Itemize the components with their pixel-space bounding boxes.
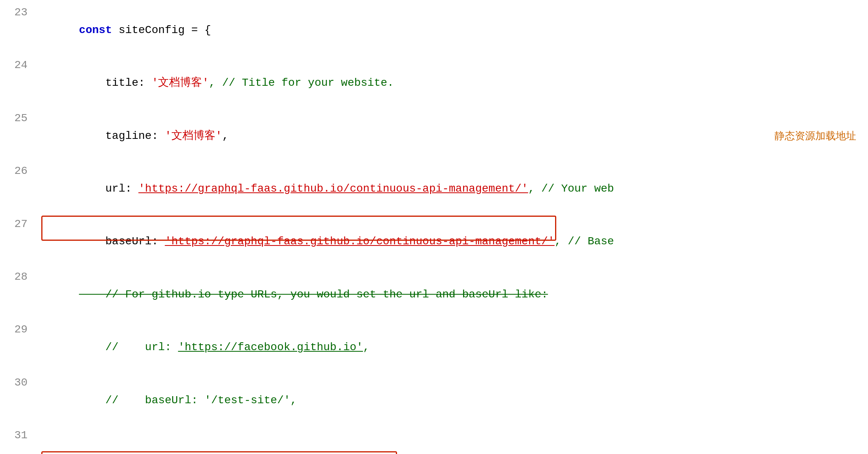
line-content-27: baseUrl: 'https://graphql-faas.github.io…	[35, 216, 868, 268]
comment-url: , // Your web	[528, 183, 614, 195]
code-editor: 23 const siteConfig = { 24 title: '文档博客'…	[0, 0, 868, 454]
line-number-28: 28	[0, 268, 35, 286]
comment-baseurl-example: // baseUrl: '/test-site/',	[79, 394, 297, 406]
link-facebook: 'https://facebook.github.io'	[178, 341, 363, 353]
prop-baseurl: baseUrl:	[79, 235, 165, 247]
string-url: 'https://graphql-faas.github.io/continuo…	[138, 183, 528, 195]
line-content-32: // Used for publishing and more	[35, 451, 868, 454]
line-content-31	[35, 427, 868, 445]
prop-tagline: tagline:	[79, 130, 165, 142]
line-content-28: // For github.io type URLs, you would se…	[35, 268, 868, 321]
line-number-23: 23	[0, 4, 35, 22]
code-line-26: 26 url: 'https://graphql-faas.github.io/…	[0, 162, 868, 215]
code-line-24: 24 title: '文档博客', // Title for your webs…	[0, 57, 868, 109]
op-comma-25: ,	[222, 130, 229, 142]
line-content-25: tagline: '文档博客',	[35, 110, 868, 162]
line-number-24: 24	[0, 57, 35, 74]
line-content-30: // baseUrl: '/test-site/',	[35, 374, 868, 427]
comment-strike-28: // For github.io type URLs, you would se…	[79, 288, 548, 301]
line-number-27: 27	[0, 216, 35, 233]
comment-url-example-prefix: // url:	[79, 341, 178, 353]
code-line-29: 29 // url: 'https://facebook.github.io',	[0, 321, 868, 374]
code-line-30: 30 // baseUrl: '/test-site/',	[0, 374, 868, 427]
code-line-31: 31	[0, 427, 868, 451]
line-number-32: 32	[0, 451, 35, 454]
line-content-24: title: '文档博客', // Title for your website…	[35, 57, 868, 109]
code-line-25: 25 tagline: '文档博客', 静态资源加载地址	[0, 110, 868, 162]
highlight-group-32-34: 32 // Used for publishing and more 33 pr…	[0, 451, 868, 454]
line-number-26: 26	[0, 162, 35, 180]
var-siteconfig: siteConfig	[119, 24, 185, 36]
line-content-23: const siteConfig = {	[35, 4, 868, 57]
line-content-26: url: 'https://graphql-faas.github.io/con…	[35, 162, 868, 215]
annotation-static-resource: 静态资源加载地址	[774, 128, 856, 144]
line-content-29: // url: 'https://facebook.github.io',	[35, 321, 868, 374]
string-baseurl: 'https://graphql-faas.github.io/continuo…	[165, 235, 554, 247]
keyword-const: const	[79, 24, 119, 36]
string-title: '文档博客'	[152, 77, 209, 89]
line-number-29: 29	[0, 321, 35, 339]
string-tagline: '文档博客'	[165, 130, 222, 142]
comment-title: , // Title for your website.	[209, 77, 394, 89]
comment-baseurl: , // Base	[555, 235, 614, 247]
line-number-31: 31	[0, 427, 35, 445]
code-line-28: 28 // For github.io type URLs, you would…	[0, 268, 868, 321]
code-line-27: 27 baseUrl: 'https://graphql-faas.github…	[0, 216, 868, 268]
op-equals: = {	[185, 24, 211, 36]
code-line-23: 23 const siteConfig = {	[0, 4, 868, 57]
code-line-32: 32 // Used for publishing and more	[0, 451, 868, 454]
line-number-30: 30	[0, 374, 35, 392]
prop-url: url:	[79, 183, 138, 195]
line-number-25: 25	[0, 110, 35, 127]
comment-url-example-suffix: ,	[363, 341, 370, 353]
prop-title: title:	[79, 77, 152, 89]
